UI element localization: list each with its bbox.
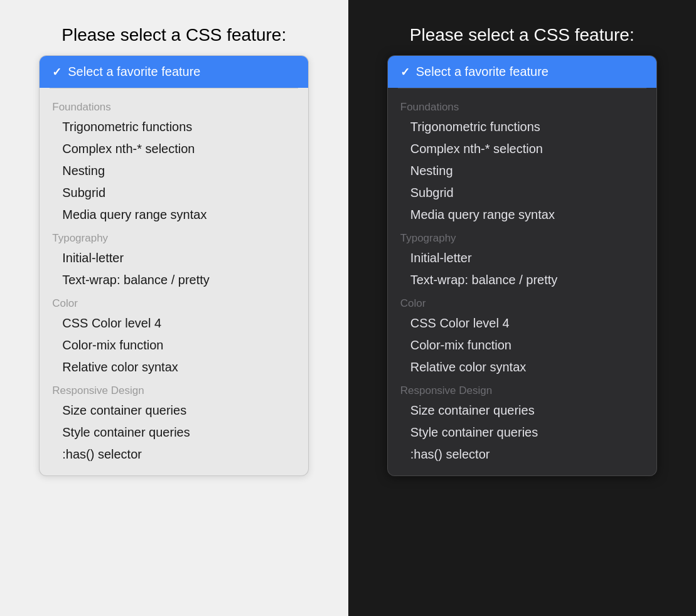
list-item[interactable]: Relative color syntax (388, 356, 656, 378)
dark-panel-title: Please select a CSS feature: (410, 25, 634, 45)
list-item[interactable]: Color-mix function (40, 334, 308, 356)
list-item[interactable]: CSS Color level 4 (388, 312, 656, 334)
list-item[interactable]: Nesting (388, 160, 656, 182)
list-item[interactable]: Media query range syntax (388, 204, 656, 226)
light-panel-title: Please select a CSS feature: (62, 25, 286, 45)
list-item[interactable]: Style container queries (388, 422, 656, 443)
list-item[interactable]: Complex nth-* selection (388, 138, 656, 160)
list-item[interactable]: Text-wrap: balance / pretty (388, 269, 656, 291)
list-item[interactable]: Style container queries (40, 422, 308, 443)
list-item[interactable]: Trigonometric functions (40, 116, 308, 138)
list-item[interactable]: Size container queries (40, 400, 308, 422)
light-select-box[interactable]: ✓ Select a favorite feature FoundationsT… (39, 55, 309, 476)
group-header: Typography (40, 226, 308, 247)
list-item[interactable]: Subgrid (388, 182, 656, 204)
light-panel: Please select a CSS feature: ✓ Select a … (0, 0, 348, 616)
list-item[interactable]: Nesting (40, 160, 308, 182)
list-item[interactable]: Initial-letter (40, 247, 308, 269)
list-item[interactable]: :has() selector (388, 443, 656, 465)
list-item[interactable]: CSS Color level 4 (40, 312, 308, 334)
list-item[interactable]: Trigonometric functions (388, 116, 656, 138)
dark-selected-option[interactable]: ✓ Select a favorite feature (388, 56, 656, 88)
list-item[interactable]: Relative color syntax (40, 356, 308, 378)
light-checkmark: ✓ (52, 65, 62, 79)
dark-options-list: FoundationsTrigonometric functionsComple… (388, 88, 656, 475)
group-header: Responsive Design (40, 378, 308, 400)
dark-selected-label: Select a favorite feature (416, 65, 549, 79)
dark-select-box[interactable]: ✓ Select a favorite feature FoundationsT… (387, 55, 657, 476)
group-header: Color (388, 291, 656, 312)
list-item[interactable]: Subgrid (40, 182, 308, 204)
list-item[interactable]: :has() selector (40, 443, 308, 465)
dark-panel: Please select a CSS feature: ✓ Select a … (348, 0, 697, 616)
group-header: Foundations (388, 95, 656, 116)
list-item[interactable]: Media query range syntax (40, 204, 308, 226)
group-header: Typography (388, 226, 656, 247)
dark-checkmark: ✓ (400, 65, 410, 79)
group-header: Foundations (40, 95, 308, 116)
group-header: Responsive Design (388, 378, 656, 400)
light-selected-label: Select a favorite feature (68, 65, 200, 79)
group-header: Color (40, 291, 308, 312)
list-item[interactable]: Color-mix function (388, 334, 656, 356)
light-selected-option[interactable]: ✓ Select a favorite feature (40, 56, 308, 88)
list-item[interactable]: Initial-letter (388, 247, 656, 269)
list-item[interactable]: Text-wrap: balance / pretty (40, 269, 308, 291)
light-options-list: FoundationsTrigonometric functionsComple… (40, 88, 308, 475)
list-item[interactable]: Size container queries (388, 400, 656, 422)
list-item[interactable]: Complex nth-* selection (40, 138, 308, 160)
